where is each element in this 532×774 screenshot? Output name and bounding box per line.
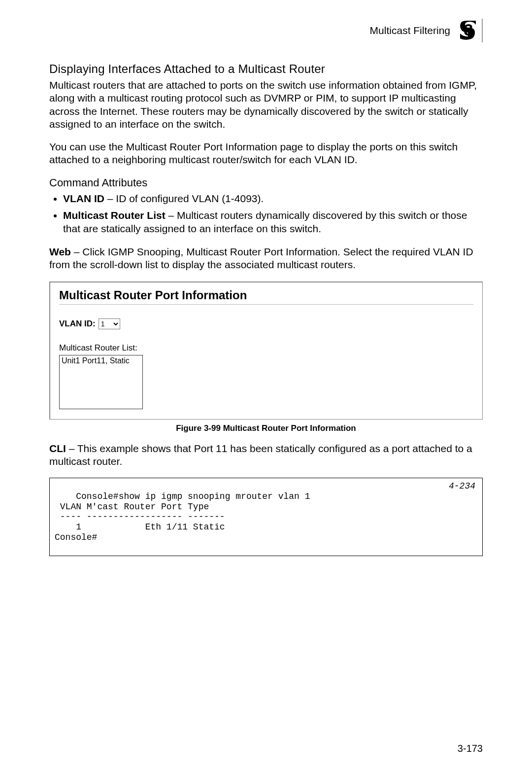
multicast-router-list-box[interactable]: Unit1 Port11, Static [59,355,143,409]
attribute-item-multicast-router-list: Multicast Router List – Multicast router… [63,209,483,236]
intro-paragraph-1: Multicast routers that are attached to p… [49,79,483,131]
cli-text: – This example shows that Port 11 has be… [49,443,472,467]
multicast-router-list-label: Multicast Router List: [59,343,473,353]
panel-divider [59,304,473,305]
web-prefix: Web [49,246,71,257]
cli-description: CLI – This example shows that Port 11 ha… [49,442,483,468]
section-heading: Displaying Interfaces Attached to a Mult… [49,62,483,76]
chapter-badge: 3 [456,19,483,42]
multicast-router-list-entry[interactable]: Unit1 Port11, Static [62,356,140,365]
cli-output-box: 4-234Console#show ip igmp snooping mrout… [49,478,483,556]
cli-prefix: CLI [49,443,66,454]
vlan-id-label: VLAN ID: [59,319,96,329]
attr-desc: – ID of configured VLAN (1-4093). [104,193,264,204]
web-instructions: Web – Click IGMP Snooping, Multicast Rou… [49,246,483,272]
attr-name: VLAN ID [63,193,104,204]
cli-output-text: Console#show ip igmp snooping mrouter vl… [55,492,310,542]
web-text: – Click IGMP Snooping, Multicast Router … [49,246,473,270]
page-header: Multicast Filtering 3 [49,19,483,42]
attr-name: Multicast Router List [63,210,166,221]
attribute-item-vlan-id: VLAN ID – ID of configured VLAN (1-4093)… [63,192,483,206]
intro-paragraph-2: You can use the Multicast Router Port In… [49,141,483,167]
page-number: 3-173 [458,743,483,754]
figure-caption: Figure 3-99 Multicast Router Port Inform… [49,423,483,433]
header-section-title: Multicast Filtering [370,25,450,36]
vlan-id-select[interactable]: 1 [99,318,120,329]
cli-page-ref: 4-234 [449,481,475,492]
ui-screenshot-panel: Multicast Router Port Information VLAN I… [49,281,483,420]
attribute-list: VLAN ID – ID of configured VLAN (1-4093)… [49,192,483,236]
command-attributes-heading: Command Attributes [49,176,483,189]
chapter-number-icon: 3 [458,21,479,40]
svg-text:3: 3 [464,21,473,39]
panel-title: Multicast Router Port Information [59,288,473,302]
